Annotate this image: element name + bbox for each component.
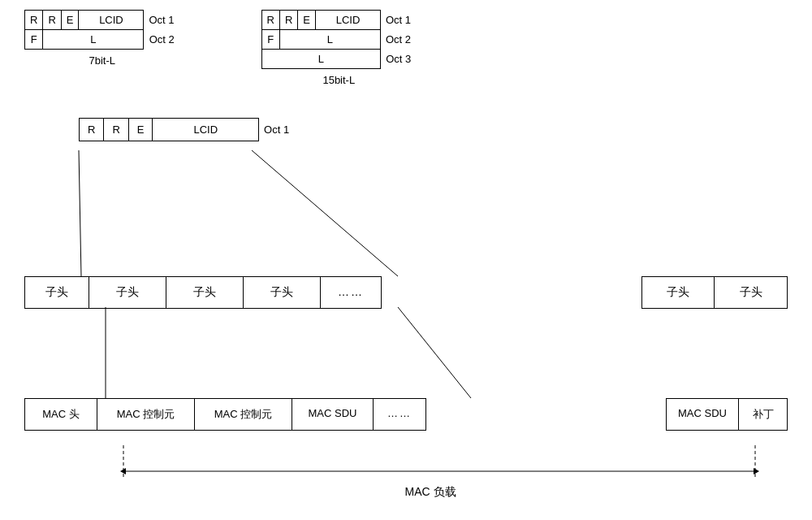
l2-cell: L <box>261 50 380 69</box>
oct2-label: Oct 2 <box>380 30 416 50</box>
r2-cell: R <box>104 119 128 141</box>
oct3-label: Oct 3 <box>380 50 416 69</box>
mac-band: MAC 头 MAC 控制元 MAC 控制元 MAC SDU …… MAC SDU… <box>24 398 788 431</box>
mac-gap <box>426 398 666 431</box>
r1-cell: R <box>25 11 43 30</box>
top-diagrams: R R E LCID Oct 1 F L Oct 2 7bit-L R R <box>0 0 812 86</box>
zoomed-oct1-section: R R E LCID Oct 1 <box>79 118 294 141</box>
f-cell: F <box>261 30 279 50</box>
format-15bit-diagram: R R E LCID Oct 1 F L Oct 2 L Oct 3 15bit… <box>261 10 417 86</box>
e-cell: E <box>128 119 153 141</box>
mac-head-box: MAC 头 <box>24 398 97 431</box>
subhead-item-4: 子头 <box>244 276 321 309</box>
mac-sdu1-box: MAC SDU <box>292 398 374 431</box>
svg-line-0 <box>79 150 81 276</box>
lcid-cell: LCID <box>315 11 380 30</box>
r1-cell: R <box>261 11 279 30</box>
oct1-label: Oct 1 <box>259 119 295 141</box>
format-7bit-label: 7bit-L <box>24 54 180 67</box>
format-15bit-table: R R E LCID Oct 1 F L Oct 2 L Oct 3 <box>261 10 417 69</box>
diagram-container: MAC 负载 R R E LCID Oct 1 F L Oct 2 7bit-L <box>0 0 812 520</box>
f-cell: F <box>25 30 43 50</box>
subhead-item-3: 子头 <box>166 276 244 309</box>
e-cell: E <box>298 11 316 30</box>
table-row: F L Oct 2 <box>261 30 417 50</box>
e-cell: E <box>61 11 79 30</box>
table-row: R R E LCID Oct 1 <box>25 11 180 30</box>
subhead-item-last1: 子头 <box>641 276 715 309</box>
table-row: R R E LCID Oct 1 <box>261 11 417 30</box>
subhead-item-last2: 子头 <box>715 276 788 309</box>
subhead-gap <box>382 276 641 309</box>
format-15bit-label: 15bit-L <box>261 74 417 86</box>
subhead-band: 子头 子头 子头 子头 …… 子头 子头 <box>24 276 788 309</box>
r2-cell: R <box>279 11 297 30</box>
mac-sdu2-box: MAC SDU <box>666 398 739 431</box>
mac-patch-box: 补丁 <box>739 398 788 431</box>
mac-ctrl1-box: MAC 控制元 <box>97 398 195 431</box>
r2-cell: R <box>43 11 61 30</box>
mac-ctrl2-box: MAC 控制元 <box>195 398 292 431</box>
svg-marker-8 <box>754 468 759 474</box>
subhead-first: 子头 <box>24 276 89 309</box>
format-7bit-table: R R E LCID Oct 1 F L Oct 2 <box>24 10 180 50</box>
lcid-cell: LCID <box>79 11 144 30</box>
lcid-cell: LCID <box>153 119 259 141</box>
l-cell: L <box>279 30 380 50</box>
table-row: F L Oct 2 <box>25 30 180 50</box>
mac-payload-label: MAC 负载 <box>405 485 456 498</box>
svg-marker-7 <box>120 468 126 474</box>
oct2-label: Oct 2 <box>144 30 179 50</box>
format-7bit-diagram: R R E LCID Oct 1 F L Oct 2 7bit-L <box>24 10 180 67</box>
table-row: L Oct 3 <box>261 50 417 69</box>
subhead-item-2: 子头 <box>89 276 166 309</box>
r1-cell: R <box>80 119 104 141</box>
l-cell: L <box>43 30 144 50</box>
table-row: R R E LCID Oct 1 <box>80 119 295 141</box>
svg-line-3 <box>398 307 471 398</box>
svg-line-1 <box>252 150 398 276</box>
oct1-label: Oct 1 <box>144 11 179 30</box>
mac-dots-box: …… <box>374 398 426 431</box>
oct1-label: Oct 1 <box>380 11 416 30</box>
subhead-dots: …… <box>321 276 382 309</box>
zoomed-header-table: R R E LCID Oct 1 <box>79 118 294 141</box>
